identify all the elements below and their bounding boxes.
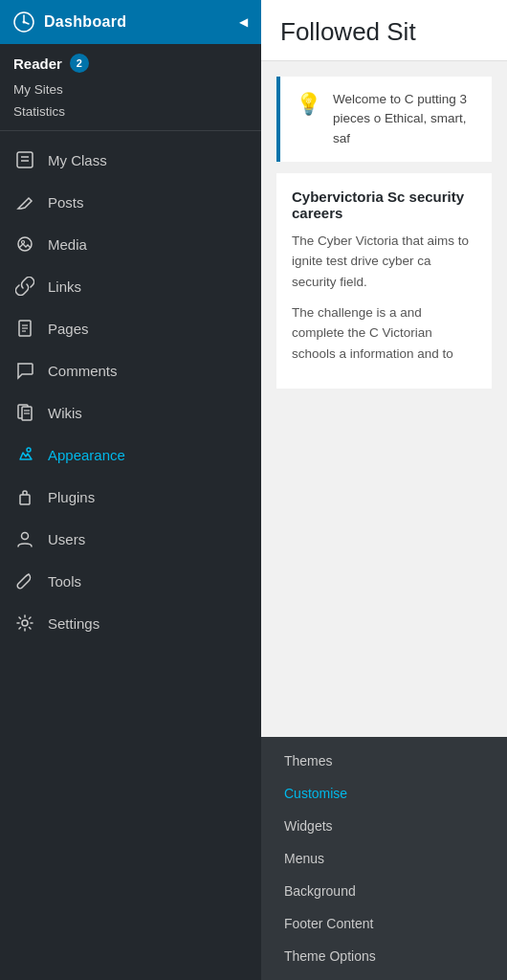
svg-point-17 bbox=[22, 533, 29, 540]
plugins-icon bbox=[13, 485, 36, 508]
dashboard-icon bbox=[13, 11, 34, 33]
reader-section: Reader 2 bbox=[0, 44, 261, 78]
sidebar-item-label: Plugins bbox=[48, 489, 95, 505]
sidebar-item-label: Posts bbox=[48, 194, 84, 211]
nav-items: My Class Posts Media bbox=[0, 139, 261, 980]
appearance-submenu: Themes Customise Widgets Menus Backgroun… bbox=[261, 737, 507, 980]
sidebar-item-appearance[interactable]: Appearance bbox=[0, 434, 261, 476]
my-class-icon bbox=[13, 148, 36, 171]
svg-rect-2 bbox=[17, 152, 33, 167]
site-card-title: Cybervictoria Sc security careers bbox=[292, 189, 476, 221]
submenu-menus[interactable]: Menus bbox=[261, 842, 507, 875]
pages-icon bbox=[13, 317, 36, 340]
sidebar-item-wikis[interactable]: Wikis bbox=[0, 391, 261, 434]
sidebar-item-label: Users bbox=[48, 531, 85, 547]
nav-divider bbox=[0, 130, 261, 131]
submenu-footer-content[interactable]: Footer Content bbox=[261, 907, 507, 940]
right-header: Followed Sit bbox=[261, 0, 507, 61]
sidebar-item-users[interactable]: Users bbox=[0, 518, 261, 560]
sidebar-item-label: Settings bbox=[48, 615, 99, 632]
sidebar-item-comments[interactable]: Comments bbox=[0, 349, 261, 391]
submenu-background[interactable]: Background bbox=[261, 875, 507, 907]
svg-point-5 bbox=[18, 237, 32, 251]
welcome-text: Welcome to C putting 3 pieces o Ethical,… bbox=[333, 90, 476, 148]
reader-row: Reader 2 bbox=[13, 54, 248, 73]
sidebar-item-posts[interactable]: Posts bbox=[0, 181, 261, 223]
sidebar-item-label: Links bbox=[48, 278, 81, 295]
posts-icon bbox=[13, 190, 36, 213]
welcome-icon: 💡 bbox=[296, 92, 321, 117]
sidebar-item-label: Appearance bbox=[48, 447, 125, 463]
reader-sub-links: My Sites Statistics bbox=[0, 78, 261, 122]
svg-rect-16 bbox=[20, 495, 30, 504]
sidebar-item-label: Tools bbox=[48, 573, 81, 590]
sidebar: Dashboard ◀ Reader 2 My Sites Statistics… bbox=[0, 0, 261, 980]
sidebar-item-tools[interactable]: Tools bbox=[0, 560, 261, 602]
sidebar-item-pages[interactable]: Pages bbox=[0, 307, 261, 349]
site-card: Cybervictoria Sc security careers The Cy… bbox=[276, 173, 492, 390]
sidebar-item-label: Pages bbox=[48, 321, 89, 337]
sidebar-item-label: Media bbox=[48, 236, 87, 253]
svg-point-15 bbox=[27, 448, 31, 452]
submenu-widgets[interactable]: Widgets bbox=[261, 810, 507, 842]
right-panel: Followed Sit 💡 Welcome to C putting 3 pi… bbox=[261, 0, 507, 980]
right-header-title: Followed Sit bbox=[280, 17, 488, 47]
sidebar-header[interactable]: Dashboard ◀ bbox=[0, 0, 261, 44]
users-icon bbox=[13, 527, 36, 550]
sidebar-item-settings[interactable]: Settings bbox=[0, 602, 261, 644]
sidebar-item-label: Wikis bbox=[48, 405, 82, 421]
site-card-para-1: The Cyber Victoria that aims to ignite t… bbox=[292, 231, 476, 293]
settings-icon bbox=[13, 612, 36, 635]
svg-point-18 bbox=[22, 620, 28, 626]
appearance-icon bbox=[13, 443, 36, 466]
submenu-themes[interactable]: Themes bbox=[261, 745, 507, 777]
sidebar-item-label: Comments bbox=[48, 363, 118, 379]
dashboard-title: Dashboard bbox=[44, 13, 126, 31]
reader-label: Reader bbox=[13, 56, 62, 72]
svg-point-1 bbox=[23, 21, 26, 24]
sidebar-item-links[interactable]: Links bbox=[0, 265, 261, 307]
submenu-customise[interactable]: Customise bbox=[261, 777, 507, 810]
sidebar-item-label: My Class bbox=[48, 152, 107, 168]
reader-badge: 2 bbox=[70, 54, 89, 73]
tools-icon bbox=[13, 569, 36, 592]
site-card-body: The Cyber Victoria that aims to ignite t… bbox=[292, 231, 476, 365]
sidebar-item-my-class[interactable]: My Class bbox=[0, 139, 261, 181]
comments-icon bbox=[13, 359, 36, 382]
welcome-card: 💡 Welcome to C putting 3 pieces o Ethica… bbox=[276, 77, 492, 162]
statistics-link[interactable]: Statistics bbox=[13, 100, 248, 122]
sidebar-item-plugins[interactable]: Plugins bbox=[0, 476, 261, 518]
sidebar-item-media[interactable]: Media bbox=[0, 223, 261, 265]
my-sites-link[interactable]: My Sites bbox=[13, 78, 248, 100]
media-icon bbox=[13, 233, 36, 256]
svg-point-6 bbox=[22, 241, 25, 244]
site-card-para-2: The challenge is a and complete the C Vi… bbox=[292, 302, 476, 365]
links-icon bbox=[13, 275, 36, 298]
wikis-icon bbox=[13, 401, 36, 424]
dashboard-arrow: ◀ bbox=[239, 15, 248, 29]
submenu-theme-options[interactable]: Theme Options bbox=[261, 940, 507, 972]
